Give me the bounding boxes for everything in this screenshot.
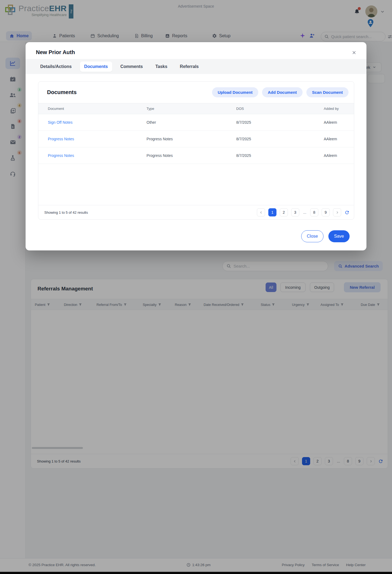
close-button[interactable]: Close bbox=[301, 230, 323, 242]
page-button[interactable]: 8 bbox=[310, 208, 318, 216]
cell-type: Other bbox=[147, 120, 236, 125]
close-icon[interactable] bbox=[350, 48, 358, 57]
chevron-right-icon bbox=[335, 211, 339, 214]
document-link[interactable]: Progress Notes bbox=[48, 153, 147, 158]
modal-title: New Prior Auth bbox=[36, 49, 75, 55]
page-button[interactable]: 9 bbox=[322, 208, 330, 216]
documents-table-header: Document Type DOS Added by bbox=[38, 103, 354, 114]
cell-dos: 8/7/2025 bbox=[236, 120, 324, 125]
table-row: Progress Notes Progress Notes 8/7/2025 A… bbox=[38, 131, 354, 147]
page-button[interactable]: 3 bbox=[291, 208, 299, 216]
tab-documents[interactable]: Documents bbox=[80, 61, 112, 72]
new-prior-auth-modal: New Prior Auth Details/Actions Documents… bbox=[26, 42, 366, 250]
cell-type: Progress Notes bbox=[147, 153, 236, 158]
modal-tabbar: Details/Actions Documents Comments Tasks… bbox=[26, 59, 366, 74]
tab-details-actions[interactable]: Details/Actions bbox=[36, 61, 76, 72]
save-button[interactable]: Save bbox=[328, 230, 350, 242]
pagination-ellipsis: ... bbox=[303, 208, 307, 216]
page: Advertisement Space PracticeEHR Simplify… bbox=[0, 0, 392, 574]
col-document: Document bbox=[48, 107, 147, 111]
cell-dos: 8/7/2025 bbox=[236, 137, 324, 141]
col-type: Type bbox=[147, 107, 236, 111]
prev-page-button[interactable] bbox=[257, 208, 265, 216]
tab-comments[interactable]: Comments bbox=[116, 61, 147, 72]
document-link[interactable]: Sign Off Notes bbox=[48, 120, 147, 125]
cell-type: Progress Notes bbox=[147, 137, 236, 141]
tab-referrals[interactable]: Referrals bbox=[176, 61, 203, 72]
chevron-left-icon bbox=[259, 211, 263, 214]
col-dos: DOS bbox=[236, 107, 324, 111]
documents-card: Documents Upload Document Add Document S… bbox=[38, 81, 354, 220]
upload-document-button[interactable]: Upload Document bbox=[212, 87, 258, 97]
results-summary: Showing 1 to 5 of 42 results bbox=[44, 210, 88, 215]
cell-added-by: AAleem bbox=[324, 153, 354, 158]
documents-pagination-bar: Showing 1 to 5 of 42 results 1 2 3 ... 8… bbox=[38, 205, 354, 219]
document-link[interactable]: Progress Notes bbox=[48, 137, 147, 141]
cell-dos: 8/7/2025 bbox=[236, 153, 324, 158]
table-row: Progress Notes Progress Notes 8/7/2025 A… bbox=[38, 147, 354, 164]
scan-document-button[interactable]: Scan Document bbox=[306, 87, 349, 97]
documents-section-title: Documents bbox=[47, 89, 77, 95]
tab-tasks[interactable]: Tasks bbox=[151, 61, 172, 72]
cell-added-by: AAleem bbox=[324, 120, 354, 125]
cell-added-by: AAleem bbox=[324, 137, 354, 141]
add-document-button[interactable]: Add Document bbox=[262, 87, 303, 97]
refresh-icon[interactable] bbox=[344, 210, 350, 215]
page-button[interactable]: 2 bbox=[280, 208, 288, 216]
table-row: Sign Off Notes Other 8/7/2025 AAleem bbox=[38, 114, 354, 131]
page-button[interactable]: 1 bbox=[268, 208, 276, 216]
next-page-button[interactable] bbox=[333, 208, 341, 216]
col-added-by: Added by bbox=[324, 107, 354, 111]
